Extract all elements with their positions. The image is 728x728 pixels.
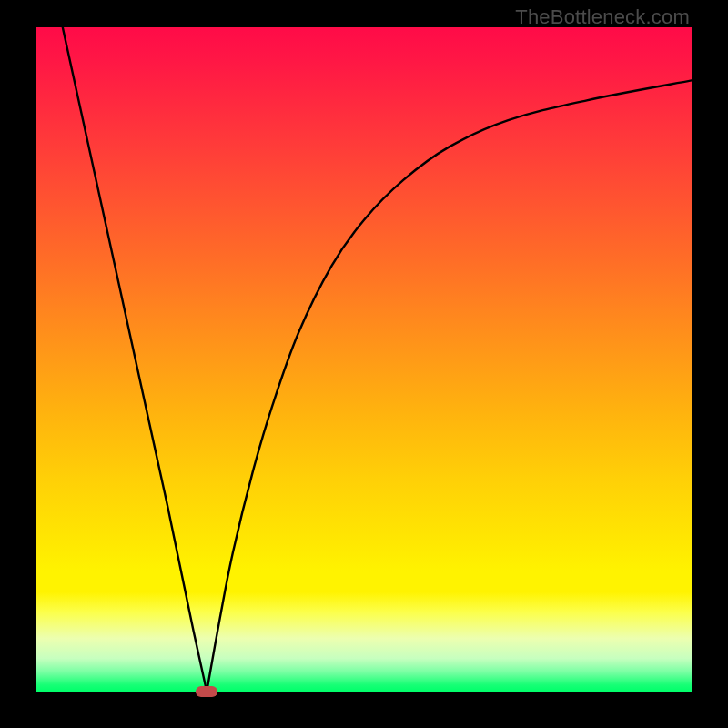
optimum-marker (196, 686, 217, 697)
curve-right-branch (207, 80, 692, 692)
bottleneck-curve (36, 27, 692, 692)
curve-left-branch (63, 27, 207, 692)
watermark-text: TheBottleneck.com (515, 5, 690, 29)
plot-area (36, 27, 692, 692)
chart-frame: TheBottleneck.com (0, 0, 728, 728)
